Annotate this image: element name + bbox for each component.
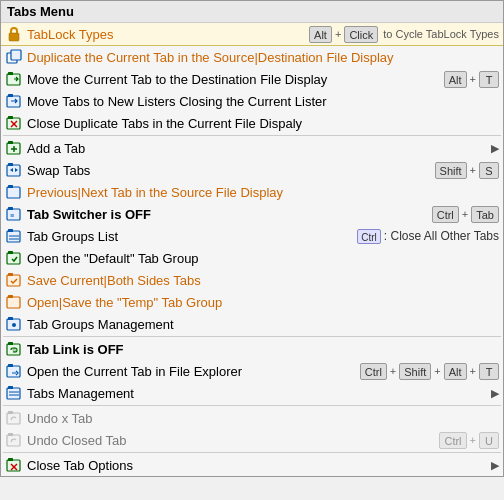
menu-item-open-file-explorer[interactable]: Open the Current Tab in File Explorer Ct… — [1, 360, 503, 382]
open-default-group-label: Open the "Default" Tab Group — [27, 251, 499, 266]
svg-rect-18 — [8, 185, 13, 188]
tab-groups-list-label: Tab Groups List — [27, 229, 351, 244]
svg-rect-15 — [7, 165, 20, 176]
svg-rect-39 — [7, 388, 20, 399]
close-tab-options-label: Close Tab Options — [27, 458, 485, 473]
menu-item-tab-groups-list[interactable]: Tab Groups List Ctrl : Close All Other T… — [1, 225, 503, 247]
svg-rect-12 — [8, 141, 13, 144]
swap-tabs-icon — [5, 161, 23, 179]
svg-rect-2 — [11, 50, 21, 60]
separator-1 — [3, 135, 501, 136]
menu-item-tabs-management[interactable]: Tabs Management ▶ — [1, 382, 503, 404]
svg-rect-33 — [8, 317, 13, 320]
open-save-temp-label: Open|Save the "Temp" Tab Group — [27, 295, 499, 310]
tab-switcher-label: Tab Switcher is OFF — [27, 207, 424, 222]
svg-rect-4 — [8, 72, 13, 75]
prev-next-tab-label: Previous|Next Tab in the Source File Dis… — [27, 185, 499, 200]
menu-item-swap-tabs[interactable]: Swap Tabs Shift + S — [1, 159, 503, 181]
move-tab-icon — [5, 70, 23, 88]
menu-item-open-save-temp[interactable]: Open|Save the "Temp" Tab Group — [1, 291, 503, 313]
svg-rect-45 — [7, 435, 20, 446]
close-duplicate-icon — [5, 114, 23, 132]
menu-item-tab-groups-mgmt[interactable]: Tab Groups Management — [1, 313, 503, 335]
svg-rect-43 — [7, 413, 20, 424]
svg-rect-6 — [8, 94, 13, 97]
separator-3 — [3, 405, 501, 406]
menu-item-duplicate-tab[interactable]: Duplicate the Current Tab in the Source|… — [1, 46, 503, 68]
open-save-temp-icon — [5, 293, 23, 311]
svg-rect-35 — [7, 344, 20, 355]
undo-tab-label: Undo x Tab — [27, 411, 499, 426]
tab-switcher-icon: ≡ — [5, 205, 23, 223]
tab-duplicate-icon — [5, 48, 23, 66]
menu-item-undo-closed-tab[interactable]: Undo Closed Tab Ctrl + U — [1, 429, 503, 451]
svg-rect-20 — [8, 207, 13, 210]
menu-container: Tabs Menu TabLock Types Alt + Click to C… — [0, 0, 504, 477]
svg-point-34 — [12, 323, 16, 327]
add-tab-icon — [5, 139, 23, 157]
svg-rect-17 — [7, 187, 20, 198]
lock-icon — [5, 25, 23, 43]
menu-item-save-current-both[interactable]: Save Current|Both Sides Tabs — [1, 269, 503, 291]
add-tab-arrow: ▶ — [491, 142, 499, 155]
separator-4 — [3, 452, 501, 453]
svg-rect-44 — [8, 411, 13, 414]
svg-rect-28 — [7, 275, 20, 286]
tab-groups-mgmt-icon — [5, 315, 23, 333]
tab-groups-list-icon — [5, 227, 23, 245]
menu-item-close-duplicate[interactable]: Close Duplicate Tabs in the Current File… — [1, 112, 503, 134]
save-current-both-label: Save Current|Both Sides Tabs — [27, 273, 499, 288]
menu-item-tab-link[interactable]: Tab Link is OFF — [1, 338, 503, 360]
menu-item-close-tab-options[interactable]: Close Tab Options ▶ — [1, 454, 503, 476]
undo-closed-tab-shortcut: Ctrl + U — [439, 432, 499, 449]
move-tabs-listers-label: Move Tabs to New Listers Closing the Cur… — [27, 94, 499, 109]
svg-rect-46 — [8, 433, 13, 436]
undo-tab-icon — [5, 409, 23, 427]
tabs-management-label: Tabs Management — [27, 386, 485, 401]
open-file-explorer-shortcut: Ctrl + Shift + Alt + T — [360, 363, 499, 380]
svg-rect-31 — [8, 295, 13, 298]
svg-rect-38 — [8, 364, 13, 367]
duplicate-tab-label: Duplicate the Current Tab in the Source|… — [27, 50, 499, 65]
swap-tabs-label: Swap Tabs — [27, 163, 427, 178]
svg-rect-48 — [8, 458, 13, 461]
menu-item-move-tab-dest[interactable]: Move the Current Tab to the Destination … — [1, 68, 503, 90]
menu-item-move-tabs-listers[interactable]: Move Tabs to New Listers Closing the Cur… — [1, 90, 503, 112]
svg-rect-26 — [7, 253, 20, 264]
menu-item-tablock-types[interactable]: TabLock Types Alt + Click to Cycle TabLo… — [1, 23, 503, 46]
menu-item-prev-next-tab[interactable]: Previous|Next Tab in the Source File Dis… — [1, 181, 503, 203]
separator-2 — [3, 336, 501, 337]
tab-groups-mgmt-label: Tab Groups Management — [27, 317, 499, 332]
close-tab-options-icon — [5, 456, 23, 474]
svg-rect-40 — [8, 386, 13, 389]
menu-item-add-tab[interactable]: Add a Tab ▶ — [1, 137, 503, 159]
close-tab-options-arrow: ▶ — [491, 459, 499, 472]
svg-rect-37 — [7, 366, 20, 377]
menu-item-undo-tab[interactable]: Undo x Tab — [1, 407, 503, 429]
move-tabs-listers-icon — [5, 92, 23, 110]
svg-rect-16 — [8, 163, 13, 166]
tablock-types-label: TabLock Types — [27, 27, 301, 42]
undo-closed-tab-label: Undo Closed Tab — [27, 433, 431, 448]
open-default-group-icon — [5, 249, 23, 267]
menu-item-open-default-group[interactable]: Open the "Default" Tab Group — [1, 247, 503, 269]
tab-link-icon — [5, 340, 23, 358]
svg-rect-23 — [8, 229, 13, 232]
prev-next-tab-icon — [5, 183, 23, 201]
save-current-both-icon — [5, 271, 23, 289]
svg-rect-30 — [7, 297, 20, 308]
tabs-management-icon — [5, 384, 23, 402]
close-duplicate-label: Close Duplicate Tabs in the Current File… — [27, 116, 499, 131]
tablock-shortcut: Alt + Click to Cycle TabLock Types — [309, 26, 499, 43]
tab-link-label: Tab Link is OFF — [27, 342, 499, 357]
swap-tabs-shortcut: Shift + S — [435, 162, 499, 179]
ctrl-text: : Close All Other Tabs — [384, 229, 499, 243]
svg-text:≡: ≡ — [10, 212, 14, 219]
svg-rect-8 — [8, 116, 13, 119]
open-file-explorer-label: Open the Current Tab in File Explorer — [27, 364, 352, 379]
svg-rect-36 — [8, 342, 13, 345]
menu-item-tab-switcher[interactable]: ≡ Tab Switcher is OFF Ctrl + Tab — [1, 203, 503, 225]
svg-rect-0 — [9, 33, 19, 41]
open-file-explorer-icon — [5, 362, 23, 380]
menu-title: Tabs Menu — [1, 1, 503, 23]
